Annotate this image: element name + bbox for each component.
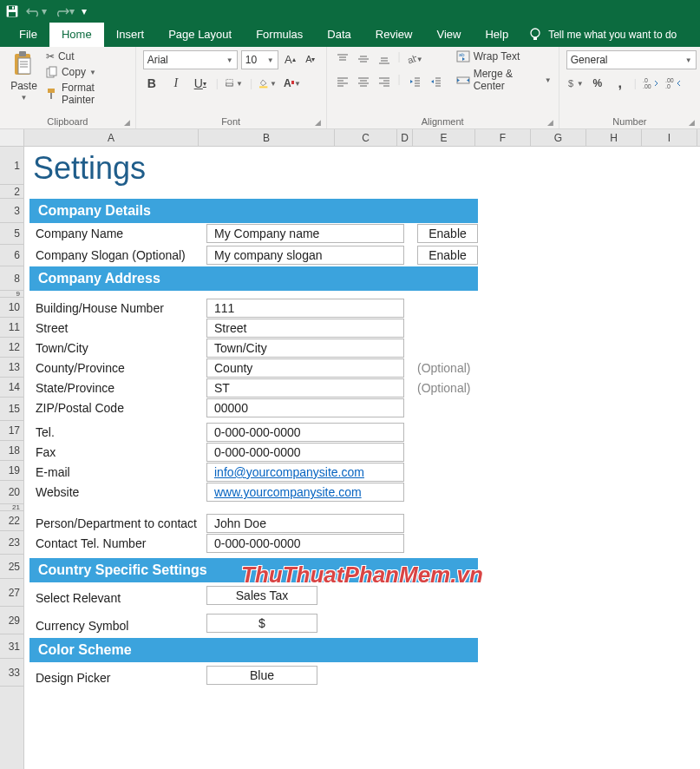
align-left-icon[interactable] (334, 73, 351, 90)
group-font: Arial▼ 10▼ A▴ A▾ B I U▾ | ▼ | ▼ A▼ Font◢ (136, 47, 327, 128)
group-label-font: Font (221, 116, 240, 127)
col-A[interactable]: A (24, 129, 199, 146)
svg-text:.0: .0 (643, 77, 648, 83)
col-E[interactable]: E (413, 129, 475, 146)
input-contact-person[interactable]: John Doe (206, 514, 404, 533)
tab-help[interactable]: Help (473, 23, 520, 47)
tab-review[interactable]: Review (363, 23, 425, 47)
tab-view[interactable]: View (424, 23, 473, 47)
label-company-name: Company Name (36, 227, 123, 240)
align-middle-icon[interactable] (355, 50, 372, 68)
input-fax[interactable]: 0-000-000-0000 (206, 443, 404, 462)
borders-button[interactable]: ▼ (226, 75, 243, 92)
section-country-settings: Country Specific Settings (29, 558, 478, 582)
input-street[interactable]: Street (206, 319, 404, 338)
enable-company-slogan-button[interactable]: Enable (417, 246, 478, 265)
input-state[interactable]: ST (206, 378, 404, 398)
tab-insert[interactable]: Insert (104, 23, 157, 47)
align-center-icon[interactable] (355, 73, 372, 90)
input-design-picker[interactable]: Blue (206, 666, 317, 685)
col-H[interactable]: H (586, 129, 642, 146)
svg-text:ab: ab (406, 53, 416, 65)
percent-button[interactable]: % (589, 75, 606, 92)
fill-color-button[interactable]: ▼ (259, 75, 277, 92)
font-size-combo[interactable]: 10▼ (241, 50, 278, 69)
input-contact-tel[interactable]: 0-000-000-0000 (206, 534, 404, 553)
font-color-button[interactable]: A▼ (284, 75, 301, 92)
input-email[interactable]: info@yourcompanysite.com (206, 463, 404, 482)
italic-button[interactable]: I (167, 75, 185, 92)
group-label-clipboard: Clipboard (47, 116, 88, 127)
label-design-picker: Design Picker (36, 671, 110, 685)
save-icon[interactable] (5, 4, 19, 18)
tab-data[interactable]: Data (315, 23, 363, 47)
col-I[interactable]: I (642, 129, 697, 146)
input-company-slogan[interactable]: My company slogan (206, 246, 404, 265)
wrap-text-button[interactable]: abWrap Text (456, 50, 552, 62)
font-name-combo[interactable]: Arial▼ (143, 50, 238, 69)
tell-me-search[interactable]: Tell me what you want to do (529, 23, 677, 47)
align-right-icon[interactable] (376, 73, 393, 90)
accounting-format-button[interactable]: $▼ (566, 75, 584, 92)
clipboard-launcher-icon[interactable]: ◢ (124, 118, 130, 127)
input-building[interactable]: 111 (206, 299, 404, 318)
align-top-icon[interactable] (334, 50, 351, 68)
col-F[interactable]: F (475, 129, 531, 146)
number-launcher-icon[interactable]: ◢ (689, 118, 695, 127)
col-B[interactable]: B (199, 129, 335, 146)
svg-rect-8 (19, 51, 26, 56)
label-currency: Currency Symbol (36, 619, 128, 633)
increase-decimal-icon[interactable]: .0.00 (642, 75, 659, 92)
increase-indent-icon[interactable] (427, 73, 444, 90)
column-headers: A B C D E F G H I (0, 129, 700, 147)
svg-text:ab: ab (459, 52, 465, 57)
enable-company-name-button[interactable]: Enable (417, 224, 478, 243)
underline-button[interactable]: U▾ (192, 75, 209, 92)
ribbon-tabs: File Home Insert Page Layout Formulas Da… (0, 23, 700, 47)
section-color-scheme: Color Scheme (29, 638, 478, 662)
input-zip[interactable]: 00000 (206, 398, 404, 417)
col-G[interactable]: G (531, 129, 586, 146)
tab-page-layout[interactable]: Page Layout (156, 23, 244, 47)
input-tel[interactable]: 0-000-000-0000 (206, 423, 404, 442)
customize-qat-icon[interactable]: ▾ (82, 5, 87, 17)
svg-point-5 (531, 29, 540, 37)
merge-center-button[interactable]: Merge & Center ▼ (456, 68, 552, 92)
col-C[interactable]: C (335, 129, 397, 146)
align-bottom-icon[interactable] (376, 50, 393, 68)
input-town[interactable]: Town/City (206, 338, 404, 358)
worksheet[interactable]: Settings Company Details Company Name My… (24, 147, 700, 769)
tab-home[interactable]: Home (49, 23, 104, 47)
bold-button[interactable]: B (143, 75, 160, 92)
undo-icon[interactable]: ▾ (26, 5, 47, 17)
format-painter-button[interactable]: Format Painter (46, 82, 128, 106)
svg-rect-16 (50, 93, 52, 99)
paintbrush-icon (46, 88, 58, 100)
decrease-decimal-icon[interactable]: .00.0 (664, 75, 682, 92)
svg-rect-2 (9, 12, 16, 16)
copy-button[interactable]: Copy ▼ (46, 66, 128, 78)
input-county[interactable]: County (206, 358, 404, 378)
font-launcher-icon[interactable]: ◢ (315, 118, 321, 127)
orientation-icon[interactable]: ab▼ (406, 50, 423, 68)
decrease-indent-icon[interactable] (406, 73, 423, 90)
svg-rect-6 (533, 37, 537, 40)
col-D[interactable]: D (397, 129, 413, 146)
alignment-launcher-icon[interactable]: ◢ (547, 118, 553, 127)
input-website[interactable]: www.yourcompanysite.com (206, 483, 404, 502)
paste-button[interactable]: Paste ▼ (7, 50, 41, 102)
select-all-corner[interactable] (0, 129, 24, 146)
redo-icon[interactable]: ▾ (54, 5, 75, 17)
increase-font-icon[interactable]: A▴ (282, 50, 298, 68)
number-format-combo[interactable]: General▼ (566, 50, 697, 69)
tab-file[interactable]: File (7, 23, 49, 47)
input-select-relevant[interactable]: Sales Tax (206, 586, 317, 605)
label-select-relevant: Select Relevant (36, 591, 121, 605)
lightbulb-icon (529, 28, 541, 42)
decrease-font-icon[interactable]: A▾ (302, 50, 318, 68)
tab-formulas[interactable]: Formulas (244, 23, 315, 47)
input-currency[interactable]: $ (206, 614, 317, 633)
input-company-name[interactable]: My Company name (206, 224, 404, 243)
cut-button[interactable]: ✂Cut (46, 50, 128, 62)
comma-button[interactable]: , (612, 75, 629, 92)
